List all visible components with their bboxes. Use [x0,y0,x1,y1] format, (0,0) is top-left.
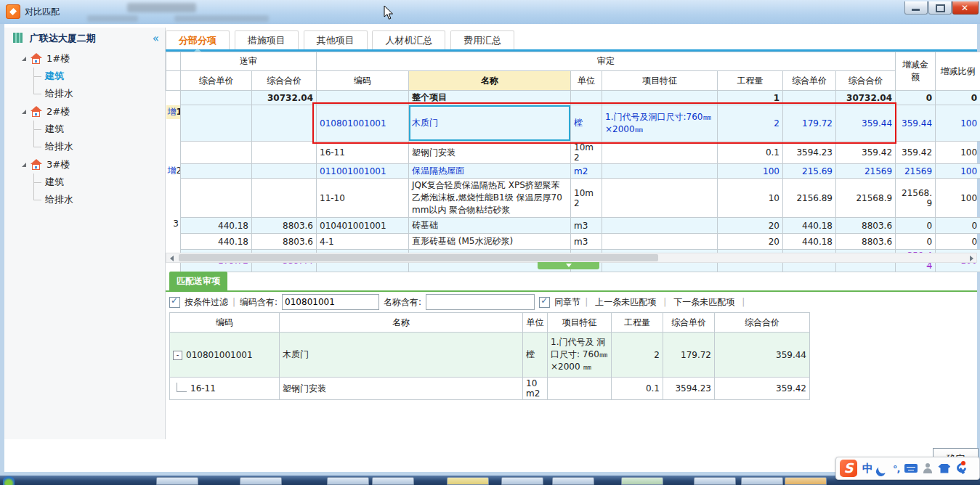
horizontal-scrollbar[interactable] [166,253,977,263]
cell-price[interactable]: 215.69 [783,164,836,179]
expand-triangle-icon[interactable] [22,110,26,114]
cell-ss-total[interactable] [252,105,317,142]
row-header[interactable] [166,91,181,92]
sogou-logo[interactable]: S [840,460,857,477]
taskbar-button[interactable] [327,477,369,485]
skin-icon[interactable] [938,464,950,473]
cell-ss-total[interactable] [252,179,317,218]
cell-feature[interactable] [602,164,718,179]
prev-unmatched-button[interactable]: 上一条未匹配项 [592,296,659,309]
row-header[interactable]: 3 [166,218,181,229]
taskbar-button[interactable] [621,477,663,485]
cell-total[interactable]: 359.44 [715,333,810,378]
cell-name[interactable]: 保温隔热屋面 [409,164,571,179]
filter-checkbox[interactable] [169,297,180,308]
cell-diff-ratio[interactable]: 100 [936,179,980,218]
cell-qty[interactable]: 0.1 [718,142,783,164]
taskbar-button[interactable] [372,477,414,485]
cell-ss-price[interactable] [181,164,252,179]
cell-code[interactable]: 11-10 [317,179,409,218]
cell-name[interactable]: 塑钢门安装 [409,142,571,164]
cell-name[interactable]: 塑钢门安装 [280,378,523,400]
scrollbar-thumb[interactable] [179,254,658,261]
cell-code[interactable]: 011001001001 [317,164,409,179]
close-button[interactable]: ✕ [952,1,979,15]
cell-price[interactable] [783,91,836,105]
maximize-button[interactable] [928,1,952,15]
cell-qty[interactable]: 0.1 [612,378,663,400]
cell-diff-ratio[interactable]: 0 [936,234,980,250]
cell-ss-price[interactable]: 440.18 [181,234,252,250]
cell-code[interactable]: 16-11 [317,142,409,164]
cell-qty[interactable]: 10 [718,179,783,218]
row-header[interactable] [166,179,181,180]
cell-total[interactable]: 8803.6 [836,234,896,250]
taskbar-button[interactable] [447,477,489,485]
cell-ss-total[interactable]: 8803.6 [252,218,317,234]
cell-feature[interactable]: 1.门代号及 洞口尺寸: 760㎜×2000 ㎜ [548,333,612,378]
taskbar-button[interactable] [156,477,198,485]
cell-price[interactable]: 179.72 [663,333,715,378]
row-header[interactable]: 增2 [166,164,181,178]
collapse-sidebar-button[interactable]: « [153,28,159,49]
user-icon[interactable] [923,463,933,473]
cell-feature[interactable] [602,91,718,105]
start-button[interactable] [3,476,15,485]
cell-total[interactable]: 359.44 [836,105,896,142]
tab-cuoshixiangmu[interactable]: 措施项目 [235,30,299,49]
cell-feature[interactable]: 1.门代号及洞口尺寸:760㎜×2000㎜ [602,105,718,142]
minimize-button[interactable] [904,1,928,15]
cell-diff-amount[interactable]: 0 [896,91,936,105]
cell-ss-price[interactable] [181,179,252,218]
cell-ss-price[interactable] [181,142,252,164]
cell-ss-total[interactable]: 8803.6 [252,234,317,250]
cell-feature[interactable] [602,179,718,218]
wrench-icon[interactable] [955,462,965,474]
taskbar-button[interactable] [501,477,543,485]
cell-unit[interactable] [571,91,602,105]
cell-price[interactable]: 179.72 [783,105,836,142]
chinese-mode-icon[interactable]: 中 [862,462,873,476]
scroll-right-arrow-icon[interactable] [965,253,976,262]
row-header[interactable] [166,142,181,143]
cell-unit[interactable]: 10m2 [571,179,602,218]
moon-icon[interactable] [878,462,889,474]
same-chapter-checkbox[interactable] [539,297,550,308]
tree-leaf-jianzhu-2[interactable]: 建筑 [4,121,165,138]
cell-feature[interactable] [548,378,612,400]
cell-diff-ratio[interactable]: 100 [936,164,980,179]
cell-unit[interactable]: 樘 [571,105,602,142]
expand-triangle-icon[interactable] [22,163,26,167]
cell-diff-ratio[interactable]: 0 [936,218,980,234]
taskbar-button[interactable] [552,477,594,485]
cell-total[interactable]: 21568.9 [836,179,896,218]
cell-diff-ratio[interactable]: 100 [936,142,980,164]
code-contains-input[interactable] [282,294,379,310]
cell-unit[interactable]: 10m2 [571,142,602,164]
cell-total[interactable]: 8803.6 [836,218,896,234]
cell-ss-price[interactable] [181,91,252,105]
cell-unit[interactable]: m3 [571,218,602,234]
row-header[interactable] [166,234,181,235]
cell-qty[interactable]: 100 [718,164,783,179]
cell-qty[interactable]: 20 [718,218,783,234]
taskbar-button[interactable] [240,477,282,485]
cell-diff-amount[interactable]: 0 [896,234,936,250]
cell-code[interactable] [317,91,409,105]
cell-code[interactable]: 010401001001 [317,218,409,234]
cell-name[interactable]: 整个项目 [409,91,571,105]
cell-unit[interactable]: m2 [571,164,602,179]
cell-qty[interactable]: 2 [612,333,663,378]
cell-ss-total[interactable] [252,142,317,164]
scroll-left-arrow-icon[interactable] [166,253,177,262]
cell-ss-price[interactable]: 440.18 [181,218,252,234]
cell-diff-amount[interactable]: 21568.9 [896,179,936,218]
tab-fenbufenxiang[interactable]: 分部分项 [166,30,230,49]
tree-node-building2[interactable]: 2#楼 [4,102,165,121]
tree-leaf-geipaishui-3[interactable]: 给排水 [4,191,165,208]
cell-total[interactable]: 359.42 [836,142,896,164]
cell-price[interactable]: 2156.89 [783,179,836,218]
cell-qty[interactable]: 1 [718,91,783,105]
name-contains-input[interactable] [426,294,535,310]
taskbar-button[interactable] [741,477,783,485]
